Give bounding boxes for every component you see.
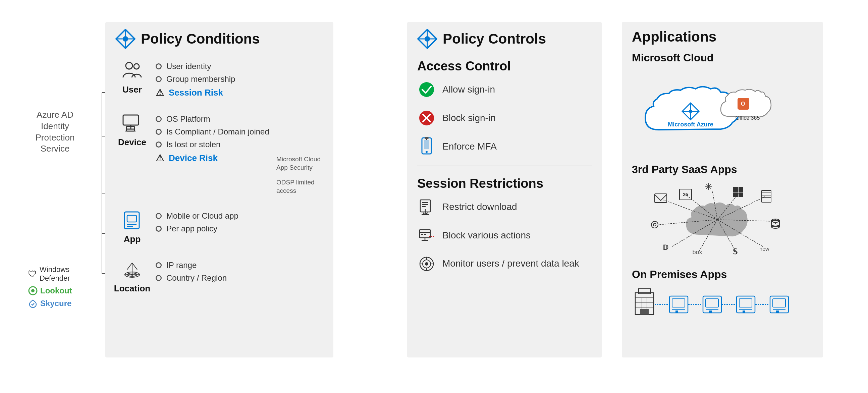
warning-icon: ⚠ [156,87,164,98]
ms-cloud-area: Microsoft Azure O Office 365 [632,69,813,157]
odsp-note: ODSP limited access [276,178,323,195]
svg-rect-53 [424,234,426,235]
user-condition-group: User User identity Group membership ⚠ Se… [115,59,323,98]
left-bracket-svg [89,66,105,300]
svg-point-12 [126,62,132,69]
location-icon [120,258,144,281]
policy-conditions-header: Policy Conditions [115,29,323,49]
compliant-text: Is Compliant / Domain joined [166,127,269,136]
policy-controls-title: Policy Controls [443,31,546,47]
user-identity-item: User identity [156,62,323,71]
svg-rect-88 [739,187,743,192]
svg-text:𝔻: 𝔻 [663,244,669,251]
svg-line-27 [132,263,137,270]
bullet-circle [156,116,162,122]
session-restrictions-title: Session Restrictions [417,176,592,191]
bullet-circle [156,129,162,135]
saas-svg: 25 ✳ 𝔻 [632,181,820,262]
user-icon [120,59,144,83]
session-risk-item: ⚠ Session Risk [156,87,323,98]
lookout-label: Lookout [40,286,72,295]
mobile-cloud-text: Mobile or Cloud app [166,211,239,221]
user-label: User [122,85,142,95]
bullet-circle [156,76,162,82]
allow-signin-item: Allow sign-in [417,80,592,99]
svg-point-1 [31,289,35,292]
block-actions-icon [417,226,436,244]
block-signin-item: Block sign-in [417,109,592,127]
svg-text:Office 365: Office 365 [736,115,760,121]
app-label: App [124,234,141,244]
os-platform-item: OS Platform [156,114,270,124]
svg-rect-87 [733,187,738,192]
block-signin-text: Block sign-in [442,113,496,123]
block-signin-icon [417,109,436,127]
svg-point-59 [425,262,428,266]
location-icon-block: Location [115,258,149,294]
restrict-download-item: Restrict download [417,197,592,216]
mcas-note: Microsoft Cloud App Security [276,155,323,172]
svg-marker-104 [772,219,779,223]
windows-defender-label: Windows Defender [39,265,82,283]
enforce-mfa-text: Enforce MFA [442,141,497,152]
windows-defender-item: 🛡 Windows Defender [28,265,82,283]
access-control-title: Access Control [417,59,592,73]
group-membership-item: Group membership [156,74,323,84]
svg-point-95 [651,221,658,228]
saas-title: 3rd Party SaaS Apps [632,163,813,176]
ip-range-item: IP range [156,261,323,270]
azure-ad-block: Azure AD Identity Protection Service 🛡 W… [28,89,82,308]
restrict-download-text: Restrict download [442,201,517,212]
os-platform-text: OS Platform [166,114,210,124]
restrict-download-icon [417,197,436,216]
device-icon-block: Device [115,112,149,148]
vendor-icons: 🛡 Windows Defender Lookout Skycure [28,265,82,308]
group-membership-text: Group membership [166,74,235,84]
device-items: OS Platform Is Compliant / Domain joined… [156,112,270,164]
azure-ad-label: Azure AD Identity Protection Service [35,109,74,155]
location-label: Location [114,283,150,294]
lost-stolen-text: Is lost or stolen [166,140,220,149]
bullet-circle [156,262,162,268]
svg-text:O: O [741,101,745,107]
app-icon [120,208,144,232]
bullet-circle [156,275,162,281]
svg-rect-112 [640,309,649,315]
svg-text:✳: ✳ [705,182,712,192]
device-label: Device [118,137,146,148]
on-prem-svg [632,286,813,320]
svg-text:𝕊: 𝕊 [733,248,738,256]
on-premises-area [632,286,813,320]
svg-line-26 [127,263,132,270]
policy-controls-box: Policy Controls Access Control Allow sig… [407,22,602,357]
monitor-users-text: Monitor users / prevent data leak [442,258,579,270]
country-region-item: Country / Region [156,273,323,283]
left-connector [89,66,105,300]
applications-title: Applications [632,29,813,45]
svg-rect-120 [706,299,718,307]
app-condition-group: App Mobile or Cloud app Per app policy [115,208,323,244]
bullet-circle [156,226,162,232]
block-actions-item: Block various actions [417,226,592,244]
monitor-users-icon [417,255,436,273]
mobile-cloud-item: Mobile or Cloud app [156,211,323,221]
svg-rect-130 [773,299,785,307]
svg-text:Microsoft Azure: Microsoft Azure [668,121,713,128]
svg-rect-122 [709,310,712,313]
left-section: Azure AD Identity Protection Service 🛡 W… [28,22,333,357]
svg-text:25: 25 [683,192,688,197]
svg-point-35 [419,82,434,97]
device-icon [120,112,144,135]
svg-rect-89 [733,193,738,197]
bullet-circle [156,213,162,219]
user-icon-block: User [115,59,149,95]
per-app-text: Per app policy [166,224,217,233]
saas-area: 25 ✳ 𝔻 [632,181,813,262]
svg-point-67 [689,110,692,113]
svg-rect-83 [655,194,667,202]
policy-conditions-title: Policy Conditions [141,31,260,47]
bullet-circle [156,141,162,148]
monitor-users-item: Monitor users / prevent data leak [417,255,592,273]
svg-rect-90 [739,193,743,197]
svg-point-41 [426,151,428,153]
